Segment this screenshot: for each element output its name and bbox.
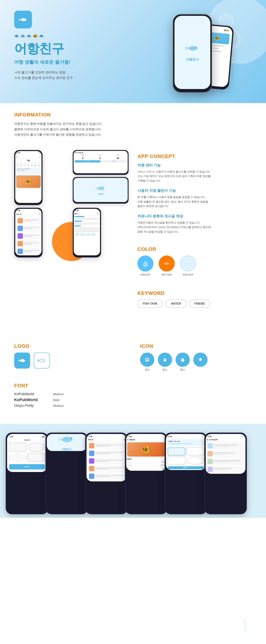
my-post-thumb-2 [207,451,213,456]
keyword-tags: FISH TANK WATER FRIEND [137,300,252,308]
app-desc-1: 나의 물고기를 간단히 관리하는 방법 [14,70,133,75]
color-title: COLOR [137,246,252,252]
my-post-thumb-3 [207,459,213,464]
bc-avatar-3 [89,458,94,464]
icon-circle-cheongso [158,352,172,367]
comm-text-5 [24,250,39,252]
svg-point-10 [200,358,201,358]
fishinfo-status: 2:30 🔋 [127,435,165,438]
guide-tank-4 [186,456,204,464]
cal-status: 2:30 🔋 [15,151,41,154]
myposts-status: 2:30 🔋 [207,435,245,438]
concept-feature-2-text: 한 주를 기록하고 사용자 맞춤 알림을 생성할 수 있습니다.어항 생활에 꼭… [137,195,252,208]
tag-pills: 수질 물고기 어항 관리 [74,233,99,236]
tank-shape-oval [28,453,45,462]
bottom-myposts-screen: 2:30 🔋 ◀ 내 게시글 관리 [206,434,246,474]
fish-deco-2: 🐟 [20,34,25,38]
information-title: INFORMATION [14,112,252,118]
bottom-guide-screen: 2:30 🔋 어항친구 시작 가이드 나만의 어항을 만들어볼까요? 어종을 선… [166,434,206,470]
concept-feature-1-text: 서비스 시작 시 사용자가 어항과 물고기를 선택할 수 있습니다.이는 가장 … [137,169,252,183]
tag-4: 관리 [91,233,96,236]
color-label-orange: #FF7A00 [161,273,172,276]
svg-rect-7 [145,360,147,362]
app-concept-section: APP CONCEPT 어항 관리 기능 서비스 시작 시 사용자가 어항과 물… [137,150,252,318]
my-post-text-1 [214,444,244,447]
font-weight-2: Bold [53,398,59,402]
app-desc-2: 수조 정보를 한눈에 보여주는 편리한 친구 [14,75,133,81]
comm-header-bottom: 커뮤니티 🔍 [87,438,125,442]
concept-feature-3-text: 어항친구들의 게시글을 확인하고 반응할 수 있습니다.카테고리에 따라 나눠진… [137,220,252,234]
screenshots-left: 2:30 🔋 홈 기록 6월 일 월 화 [14,150,129,258]
community-header: 커뮤니티 🔍 [16,213,41,216]
guide-tank-2 [186,448,204,456]
logo-section: LOGO [14,336,126,376]
guide-blue-box: 어항친구 시작 가이드 나만의 어항을 만들어볼까요? 어종을 선택해보세요 [167,439,205,446]
my-post-4 [207,466,245,473]
bottom-phone-myposts: 2:30 🔋 ◀ 내 게시글 관리 [204,432,247,514]
tank-shape-rect [9,443,26,452]
icon-item-bell [193,352,207,372]
hero-left-content: 🐟 🐟 🐟 🐠 🐟 어항친구 어항 생활의 새로운 즐거움! 나의 물고기를 간… [14,11,133,80]
svg-rect-6 [145,358,147,360]
icon-label-gwaanri: 관리 [145,368,150,372]
phone-screens-grid: 2:30 🔋 홈 기록 6월 일 월 화 [14,150,129,258]
guide-tank-grid [167,447,205,465]
fish-name-display: 황금어 [127,458,165,460]
my-post-1 [207,442,245,450]
guide-next-btn[interactable]: 선택하기 > [168,466,204,469]
tank-shapes-grid [8,442,46,463]
fish-deco-4: 🐠 [33,34,38,38]
font-row-2: KoPubWorld Bold [14,398,126,402]
community-content: 커뮤니티 🔍 [15,212,41,255]
fish-info-rows: 크기 5~8cm 수온/pH 24~26°C 특징 사교적 [127,461,165,470]
select-btn[interactable]: 선택하기 [9,464,45,470]
bc-text-2 [95,452,124,454]
fish-deco-3: 🐟 [27,34,31,38]
calendar-grid: 일 월 화 수 목 금 토 5 6 7 8 9 [16,162,41,166]
icon-item-cheongso: 청소 [158,352,172,372]
color-circle-blue [137,256,153,272]
keyword-section: KEYWORD FISH TANK WATER FRIEND [137,283,252,315]
myposts-header: ◀ 내 게시글 관리 [207,438,245,442]
bottom-comm-item-5 [88,473,125,480]
keyword-tag-fishtank: FISH TANK [137,300,163,308]
svg-point-14 [70,438,72,439]
my-post-thumb-1 [207,443,213,448]
month-label: 6월 [16,159,41,162]
comm-avatar-4 [17,241,23,246]
bc-avatar-1 [89,443,94,448]
feed-date-label: 2024년 6월 6일 [75,152,127,154]
bottom-comm-content: 2:30 🔋 커뮤니티 🔍 [87,434,126,482]
bottom-screen-tank: 2:30 ▐▐▐ 어항 선택 선택하기 [7,434,47,472]
color-swatch-orange: #FF7A00 [159,256,175,276]
color-swatch-lightblue: #DFF3FF [180,256,196,276]
fish-icon-in-swatch [163,261,170,266]
font-name-2: KoPubWorld [14,398,43,402]
icon-label-cheongso: 청소 [162,368,167,372]
tank-screen-title: 어항 선택 [8,438,46,442]
color-circle-orange [159,256,175,272]
fish-decoration-row: 🐟 🐟 🐟 🐠 🐟 [14,34,133,38]
icon-label-hwansu: 환수 [180,368,185,372]
small-phone-2: 어항친구 [73,177,129,204]
icon-right: ICON 관리 [140,336,252,415]
font-weight-3: Medium [53,404,64,408]
bottom-comm-list [87,442,125,480]
main-phone-fish-icon [185,43,200,54]
bottom-comm-item-3 [88,458,125,464]
setting-btn: 설정 [101,160,127,162]
community-list [16,216,41,255]
my-post-text-3 [214,460,244,463]
logo-fish-outline [38,358,46,364]
post-status: 2:30 🔋 [74,209,100,212]
field-input-2 [74,222,99,224]
icon-items: 관리 청소 [140,352,252,372]
guide-content: 2:30 🔋 어항친구 시작 가이드 나만의 어항을 만들어볼까요? 어종을 선… [166,434,206,470]
main-phone-fish-svg [185,43,200,53]
comm-avatar-2 [17,226,23,231]
field-textarea [74,227,99,232]
hero-phone-main: 어항친구 [173,14,212,92]
cal-detail-box: 오늘이 어항이 가장 좋습니다.물고기 상태 확인 [16,168,41,174]
fishinfo-content: 2:30 🔋 ◀ 생물 정보 🐠 황금어 크기 5~8cm [126,434,166,471]
font-title: FONT [14,383,126,388]
